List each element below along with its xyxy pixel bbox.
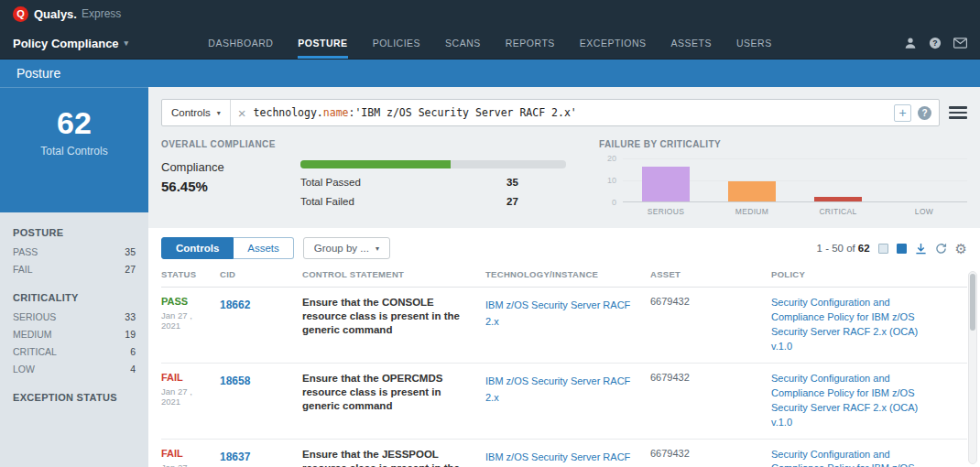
add-filter-button[interactable]: + bbox=[894, 104, 911, 122]
stats-row: OVERALL COMPLIANCE Compliance 56.45% Tot… bbox=[161, 139, 967, 216]
group-by-button[interactable]: Group by ... ▾ bbox=[303, 237, 390, 259]
clear-search-icon[interactable]: × bbox=[231, 106, 254, 120]
nav-item-assets[interactable]: ASSETS bbox=[671, 27, 712, 59]
toolbar-right: 1 - 50 of62 ⚙ bbox=[817, 242, 967, 255]
asset-id: 6679432 bbox=[650, 372, 771, 430]
brand-name: Qualys. bbox=[34, 7, 77, 21]
column-header-status[interactable]: STATUS bbox=[161, 269, 220, 279]
filter-label: PASS bbox=[13, 246, 38, 257]
policy-link[interactable]: Security Configuration and Compliance Po… bbox=[771, 372, 956, 430]
control-statement: Ensure that the OPERCMDS resource class … bbox=[302, 372, 485, 430]
sidebar-section-title-exception-status[interactable]: EXCEPTION STATUS bbox=[0, 383, 148, 407]
x-axis-label-serious: SERIOUS bbox=[623, 207, 709, 216]
filter-label: CRITICAL bbox=[13, 346, 57, 357]
nav-item-posture[interactable]: POSTURE bbox=[298, 27, 347, 59]
sidebar-section-title-criticality[interactable]: CRITICALITY bbox=[0, 283, 148, 308]
column-header-control-statement[interactable]: CONTROL STATEMENT bbox=[302, 269, 485, 279]
sidebar-filter-fail[interactable]: FAIL27 bbox=[0, 260, 148, 277]
filter-count: 35 bbox=[125, 246, 136, 257]
total-controls-label: Total Controls bbox=[0, 145, 148, 157]
y-axis-tick: 20 bbox=[607, 154, 616, 163]
refresh-icon[interactable] bbox=[935, 243, 947, 255]
search-row: Controls ▾ × technology.name:'IBM z/OS S… bbox=[161, 99, 967, 126]
navbar-icons: ? bbox=[904, 27, 967, 59]
x-axis-label-low: LOW bbox=[881, 207, 967, 216]
query-field: name bbox=[323, 106, 349, 119]
next-page-button[interactable] bbox=[897, 244, 907, 254]
cid-link[interactable]: 18658 bbox=[220, 375, 250, 387]
compliance-label: Compliance bbox=[161, 160, 300, 174]
download-icon[interactable] bbox=[915, 243, 927, 255]
main-navbar: Policy Compliance ▾ DASHBOARDPOSTUREPOLI… bbox=[0, 27, 980, 60]
help-icon[interactable]: ? bbox=[929, 37, 942, 49]
sidebar-section-title-posture[interactable]: POSTURE bbox=[0, 218, 148, 243]
query-prefix: technology. bbox=[254, 106, 323, 119]
column-header-policy[interactable]: POLICY bbox=[771, 269, 967, 279]
table-row[interactable]: PASSJan 27 , 202118662Ensure that the CO… bbox=[161, 288, 967, 364]
filter-count: 27 bbox=[125, 264, 136, 275]
scrollbar-thumb[interactable] bbox=[970, 274, 975, 331]
chevron-down-icon: ▾ bbox=[217, 109, 221, 117]
column-header-asset[interactable]: ASSET bbox=[650, 269, 771, 279]
table-row[interactable]: FAILJan 27 , 202118658Ensure that the OP… bbox=[161, 364, 967, 440]
asset-id: 6679432 bbox=[650, 448, 771, 467]
control-statement: Ensure that the JESSPOOL resource class … bbox=[302, 448, 485, 467]
nav-item-dashboard[interactable]: DASHBOARD bbox=[208, 27, 273, 59]
failure-by-criticality-chart: 20100 bbox=[599, 158, 967, 202]
chevron-down-icon: ▾ bbox=[376, 244, 379, 253]
brand-edition: Express bbox=[82, 7, 121, 20]
cid-link[interactable]: 18662 bbox=[220, 299, 250, 311]
sidebar-filter-medium[interactable]: MEDIUM19 bbox=[0, 325, 148, 342]
app-switcher[interactable]: Policy Compliance ▾ bbox=[13, 27, 128, 59]
table-row[interactable]: FAILJan 27 , 202118637Ensure that the JE… bbox=[161, 440, 967, 467]
page-content: 62 Total Controls POSTUREPASS35FAIL27CRI… bbox=[0, 87, 980, 467]
results-toolbar: ControlsAssets Group by ... ▾ 1 - 50 of6… bbox=[161, 237, 967, 259]
technology-link[interactable]: IBM z/OS Security Server RACF 2.x bbox=[485, 375, 630, 403]
view-tab-assets[interactable]: Assets bbox=[234, 237, 294, 259]
technology-link[interactable]: IBM z/OS Security Server RACF 2.x bbox=[485, 299, 630, 327]
overall-compliance-block: OVERALL COMPLIANCE Compliance 56.45% Tot… bbox=[161, 139, 575, 216]
filter-label: SERIOUS bbox=[13, 311, 56, 322]
nav-item-exceptions[interactable]: EXCEPTIONS bbox=[580, 27, 647, 59]
gear-icon[interactable]: ⚙ bbox=[955, 242, 967, 255]
policy-link[interactable]: Security Configuration and Compliance Po… bbox=[771, 448, 956, 467]
bar-critical bbox=[814, 197, 862, 201]
search-help-icon[interactable]: ? bbox=[918, 106, 931, 120]
sidebar-filter-critical[interactable]: CRITICAL6 bbox=[0, 342, 148, 360]
sidebar-filter-serious[interactable]: SERIOUS33 bbox=[0, 308, 148, 325]
sidebar-filter-low[interactable]: LOW4 bbox=[0, 360, 148, 377]
mail-icon[interactable] bbox=[953, 38, 967, 49]
search-scope-select[interactable]: Controls ▾ bbox=[162, 100, 231, 125]
nav-item-reports[interactable]: REPORTS bbox=[506, 27, 555, 59]
nav-item-scans[interactable]: SCANS bbox=[445, 27, 481, 59]
nav-item-policies[interactable]: POLICIES bbox=[373, 27, 420, 59]
policy-link[interactable]: Security Configuration and Compliance Po… bbox=[771, 296, 956, 354]
sidebar-section-exception-status: EXCEPTION STATUS bbox=[0, 383, 148, 407]
page-header: Posture bbox=[0, 60, 980, 87]
technology-cell: IBM z/OS Security Server RACF 2.x bbox=[485, 448, 650, 467]
chart-slot-low bbox=[881, 158, 967, 201]
column-header-cid[interactable]: CID bbox=[220, 269, 302, 279]
user-icon[interactable] bbox=[904, 37, 917, 49]
failure-chart-block: FAILURE BY CRITICALITY 20100 SERIOUSMEDI… bbox=[575, 139, 967, 216]
row-date: Jan 27 , 2021 bbox=[161, 386, 209, 407]
nav-item-users[interactable]: USERS bbox=[736, 27, 772, 59]
top-bar: Q Qualys. Express bbox=[0, 0, 980, 27]
x-axis-label-critical: CRITICAL bbox=[795, 207, 881, 216]
total-passed-label: Total Passed bbox=[300, 177, 361, 188]
search-input[interactable]: technology.name:'IBM z/OS Security Serve… bbox=[254, 106, 894, 119]
filter-count: 19 bbox=[125, 329, 136, 340]
prev-page-button[interactable] bbox=[878, 244, 888, 254]
technology-cell: IBM z/OS Security Server RACF 2.x bbox=[485, 372, 650, 430]
qualys-logo[interactable]: Q Qualys. Express bbox=[13, 6, 121, 22]
sidebar-filter-pass[interactable]: PASS35 bbox=[0, 243, 148, 260]
table-scrollbar[interactable] bbox=[968, 271, 977, 464]
page-title: Posture bbox=[16, 66, 60, 81]
chart-plot-area bbox=[623, 158, 967, 202]
upper-panel: Controls ▾ × technology.name:'IBM z/OS S… bbox=[148, 87, 980, 216]
technology-link[interactable]: IBM z/OS Security Server RACF 2.x bbox=[485, 451, 630, 467]
view-tab-controls[interactable]: Controls bbox=[161, 237, 234, 259]
column-header-technology-instance[interactable]: TECHNOLOGY/INSTANCE bbox=[485, 269, 650, 279]
menu-icon[interactable] bbox=[949, 106, 967, 119]
cid-link[interactable]: 18637 bbox=[220, 451, 250, 463]
